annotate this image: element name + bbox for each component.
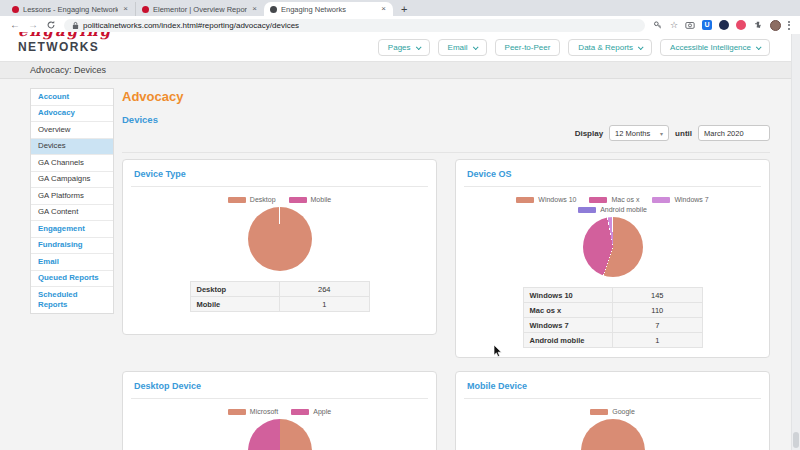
table-row: Mac os x110 [523,303,702,318]
red-extension-icon[interactable] [736,20,746,30]
card-title-device-type: Device Type [134,169,425,179]
url-text: politicalnetworks.com/index.html#reporti… [83,21,299,30]
sidebar-item-engagement[interactable]: Engagement [31,221,113,238]
chart-legend: Google [488,408,738,415]
dark-extension-icon[interactable] [719,20,729,30]
pie-chart-device-os[interactable] [583,217,643,277]
menu-dots-icon[interactable] [788,21,790,30]
nav-button-peer-to-peer[interactable]: Peer-to-Peer [495,39,561,56]
legend-item-desktop[interactable]: Desktop [228,196,276,203]
tab-close-icon[interactable]: × [380,5,387,13]
table-cell-value: 110 [613,303,703,318]
legend-label: Desktop [250,196,276,203]
legend-swatch [516,197,534,203]
sidebar-item-ga-channels[interactable]: GA Channels [31,155,113,172]
legend-item-windows-10[interactable]: Windows 10 [516,196,576,203]
sidebar-item-ga-platforms[interactable]: GA Platforms [31,188,113,205]
sidebar-item-fundraising[interactable]: Fundraising [31,238,113,255]
pie-chart-desktop-device[interactable] [248,419,312,450]
u-extension-icon[interactable]: U [702,20,712,30]
nav-button-label: Accessible Intelligence [670,43,751,52]
logo-script-text: engaging [18,32,112,40]
nav-button-pages[interactable]: Pages [378,39,430,56]
nav-button-email[interactable]: Email [438,39,487,56]
until-label: until [675,129,692,138]
reload-icon[interactable] [46,20,56,30]
table-row: Windows 77 [523,318,702,333]
puzzle-extensions-icon[interactable] [753,20,763,30]
sidebar-item-queued-reports[interactable]: Queued Reports [31,271,113,288]
legend-swatch [291,409,309,415]
profile-avatar[interactable] [770,20,781,31]
card-title-divider [131,186,428,187]
legend-label: Android mobile [600,206,647,213]
legend-label: Google [612,408,635,415]
sidebar-item-scheduled-reports[interactable]: Scheduled Reports [31,287,113,313]
scrollbar-thumb[interactable] [793,432,799,448]
sidebar-item-devices[interactable]: Devices [31,139,113,156]
sidebar-item-ga-campaigns[interactable]: GA Campaigns [31,172,113,189]
card-title-device-os: Device OS [467,169,758,179]
forward-icon[interactable]: → [28,20,38,30]
key-icon[interactable] [653,20,663,30]
card-title-divider [131,398,428,399]
address-bar[interactable]: politicalnetworks.com/index.html#reporti… [64,19,645,32]
chart-legend: Windows 10Mac os xWindows 7Android mobil… [488,196,738,213]
new-tab-button[interactable]: + [401,3,407,16]
sidebar-item-ga-content[interactable]: GA Content [31,205,113,222]
legend-item-apple[interactable]: Apple [291,408,331,415]
chevron-down-icon [638,44,644,50]
mouse-cursor [493,344,503,358]
browser-tab-lessons-engaging-network[interactable]: Lessons - Engaging Network× [6,2,135,16]
legend-label: Mobile [311,196,332,203]
pie-chart-device-type[interactable] [248,207,312,271]
pie-chart-mobile-device[interactable] [581,419,645,450]
legend-label: Windows 7 [674,196,708,203]
nav-button-label: Peer-to-Peer [505,43,551,52]
legend-label: Windows 10 [538,196,576,203]
card-title-mobile-device: Mobile Device [467,381,758,391]
table-cell-value: 264 [280,282,370,297]
legend-item-mobile[interactable]: Mobile [289,196,332,203]
table-row: Desktop264 [190,282,369,297]
display-controls: Display 12 Months ▾ until [575,125,770,141]
nav-button-data-reports[interactable]: Data & Reports [568,39,652,56]
sidebar-item-advocacy[interactable]: Advocacy [31,106,113,123]
browser-tab-engaging-networks[interactable]: Engaging Networks× [264,2,393,16]
legend-item-mac-os-x[interactable]: Mac os x [589,196,639,203]
sidebar: AccountAdvocacyOverviewDevicesGA Channel… [30,88,114,314]
display-range-value: 12 Months [615,129,650,138]
legend-item-android-mobile[interactable]: Android mobile [578,206,647,213]
until-date-input[interactable] [698,125,770,141]
card-device-os: Device OSWindows 10Mac os xWindows 7Andr… [455,159,770,358]
browser-tab-elementor-overview-report[interactable]: Elementor | Overview Report× [135,2,264,16]
chevron-down-icon [472,44,478,50]
engaging-networks-logo-favicon-icon [142,6,149,13]
card-desktop-device: Desktop DeviceMicrosoftApple [122,371,437,450]
table-cell-value: 1 [280,297,370,312]
breadcrumb: Advocacy: Devices [0,61,800,79]
tab-close-icon[interactable]: × [122,5,129,13]
chart-legend: DesktopMobile [155,196,405,203]
table-row: Mobile1 [190,297,369,312]
tab-close-icon[interactable]: × [251,5,258,13]
sidebar-item-overview[interactable]: Overview [31,122,113,139]
legend-swatch [578,207,596,213]
legend-item-google[interactable]: Google [590,408,635,415]
page-scrollbar[interactable] [791,34,800,450]
bookmark-star-icon[interactable]: ☆ [670,21,678,30]
back-icon[interactable]: ← [10,20,20,30]
nav-button-accessible-intelligence[interactable]: Accessible Intelligence [660,39,770,56]
table-cell-label: Windows 7 [523,318,613,333]
sidebar-item-account[interactable]: Account [31,89,113,106]
display-range-select[interactable]: 12 Months ▾ [609,125,669,141]
sidebar-item-email[interactable]: Email [31,254,113,271]
table-cell-label: Android mobile [523,333,613,348]
main-panel: Advocacy Devices Display 12 Months ▾ unt… [122,79,770,450]
chart-legend: MicrosoftApple [155,408,405,415]
camera-icon[interactable] [685,20,695,30]
card-title-divider [464,398,761,399]
legend-item-microsoft[interactable]: Microsoft [228,408,278,415]
data-table-device-os: Windows 10145Mac os x110Windows 77Androi… [523,287,703,348]
legend-item-windows-7[interactable]: Windows 7 [652,196,708,203]
